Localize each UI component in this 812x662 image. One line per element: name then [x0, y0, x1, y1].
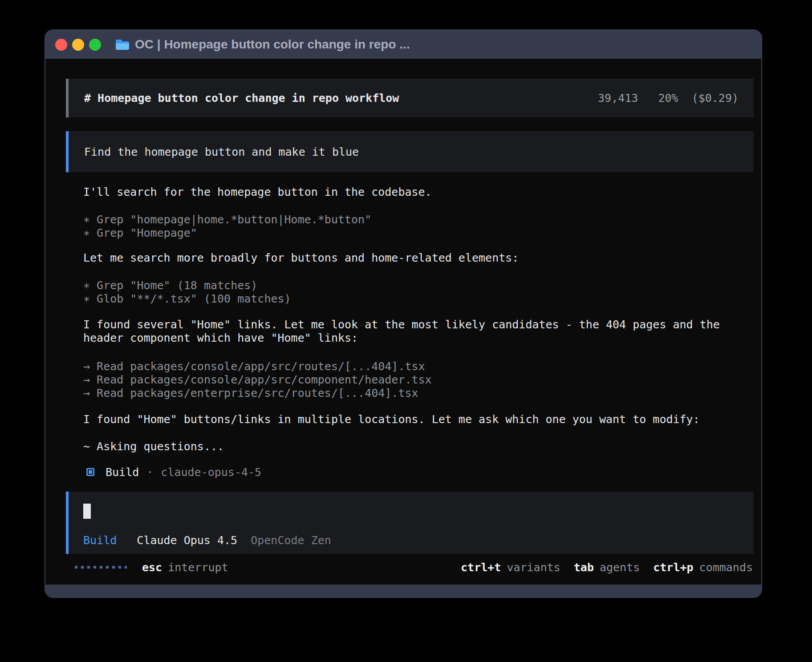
user-message-text: Find the homepage button and make it blu… [84, 145, 359, 158]
agent-name: Build [106, 466, 139, 479]
traffic-lights [55, 39, 101, 51]
agent-model: claude-opus-4-5 [161, 466, 261, 479]
hint-label: commands [699, 561, 753, 574]
agent-mode-label[interactable]: Build [83, 534, 117, 547]
window-titlebar[interactable]: OC | Homepage button color change in rep… [45, 30, 761, 59]
esc-key-label: interrupt [168, 561, 228, 574]
hint-key: ctrl+p [653, 561, 693, 574]
status-right: ctrl+t variants tab agents ctrl+p comman… [461, 561, 753, 574]
session-title: # Homepage button color change in repo w… [84, 92, 399, 105]
assistant-text: I found "Home" buttons/links in multiple… [83, 413, 717, 426]
esc-key-hint[interactable]: esc [142, 561, 162, 574]
tool-call-glob: ∗ Glob "**/*.tsx" (100 matches) [83, 292, 717, 306]
activity-dots-icon [75, 566, 127, 569]
context-percent: 20% [658, 92, 678, 105]
hint-label: variants [507, 561, 560, 574]
hint-key: tab [574, 561, 594, 574]
close-button[interactable] [55, 39, 67, 51]
tool-call-read: → Read packages/enterprise/src/routes/[.… [83, 387, 717, 400]
tool-call-read: → Read packages/console/app/src/routes/[… [83, 360, 717, 373]
user-message: Find the homepage button and make it blu… [66, 131, 754, 172]
terminal-window: OC | Homepage button color change in rep… [45, 29, 762, 598]
separator-dot: · [146, 466, 153, 479]
session-meta: 39,413 20% ($0.29) [598, 92, 739, 105]
status-left: esc interrupt [66, 561, 228, 574]
tool-call-read: → Read packages/console/app/src/componen… [83, 373, 717, 387]
assistant-text: header component which have "Home" links… [83, 331, 717, 345]
assistant-text: Let me search more broadly for buttons a… [83, 251, 717, 265]
agent-status-line: Build · claude-opus-4-5 [86, 465, 261, 479]
folder-icon [115, 39, 130, 50]
session-header: # Homepage button color change in repo w… [66, 79, 754, 117]
token-count: 39,413 [598, 92, 638, 105]
working-status: ~ Asking questions... [83, 440, 717, 453]
assistant-text: I found several "Home" links. Let me loo… [83, 318, 717, 331]
tool-call-grep: ∗ Grep "Home" (18 matches) [83, 279, 717, 292]
model-label[interactable]: Claude Opus 4.5 [137, 534, 237, 547]
provider-label: OpenCode Zen [251, 534, 331, 547]
hint-label: agents [600, 561, 640, 574]
hint-agents[interactable]: tab agents [574, 561, 640, 574]
prompt-input[interactable]: Build Claude Opus 4.5 OpenCode Zen [66, 492, 754, 554]
tool-call-grep: ∗ Grep "homepage|home.*button|Home.*butt… [83, 213, 717, 226]
assistant-text: I'll search for the homepage button in t… [83, 186, 717, 199]
window-title: OC | Homepage button color change in rep… [135, 37, 410, 52]
agent-badge-icon [86, 468, 94, 476]
tool-call-grep: ∗ Grep "Homepage" [83, 226, 717, 240]
session-cost: ($0.29) [692, 92, 739, 105]
zoom-button[interactable] [89, 39, 101, 51]
status-bar: esc interrupt ctrl+t variants tab agents… [66, 561, 753, 574]
input-meta: Build Claude Opus 4.5 OpenCode Zen [83, 534, 331, 547]
hint-commands[interactable]: ctrl+p commands [653, 561, 753, 574]
minimize-button[interactable] [72, 39, 84, 51]
text-cursor [83, 504, 91, 519]
hint-variants[interactable]: ctrl+t variants [461, 561, 560, 574]
hint-key: ctrl+t [461, 561, 501, 574]
window-bottom-strip [45, 585, 761, 597]
